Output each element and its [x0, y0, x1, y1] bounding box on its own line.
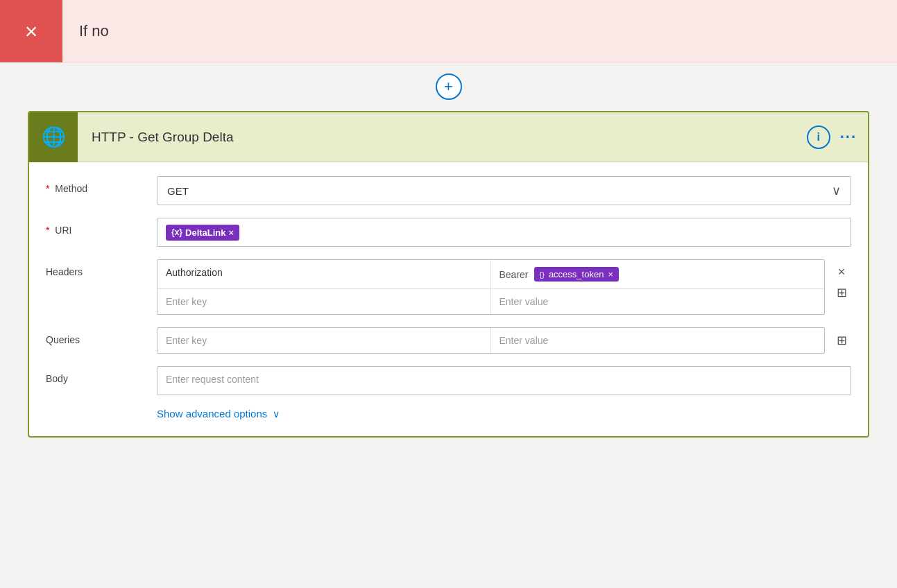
query-value-1[interactable]: Enter value [491, 328, 825, 353]
headers-label: Headers [46, 259, 157, 277]
header-value-placeholder: Enter value [499, 296, 549, 307]
queries-label: Queries [46, 327, 157, 345]
close-button[interactable]: × [0, 0, 62, 62]
card-icon-wrap: 🌐 [29, 112, 78, 162]
uri-input[interactable]: {x} DeltaLink × [157, 218, 851, 247]
method-label: * Method [46, 176, 157, 194]
method-control-wrap: GET ∨ [157, 176, 851, 205]
body-placeholder: Enter request content [166, 374, 259, 385]
globe-icon: 🌐 [42, 126, 66, 148]
more-options-button[interactable]: ··· [840, 128, 857, 146]
add-step-button[interactable]: + [436, 74, 462, 100]
access-token-icon: {} [540, 270, 545, 279]
query-key-placeholder: Enter key [166, 335, 207, 346]
body-row: Body Enter request content [46, 366, 851, 395]
card-header: 🌐 HTTP - Get Group Delta i ··· [29, 112, 868, 162]
uri-label: * URI [46, 218, 157, 236]
access-token-badge: {} access_token × [534, 267, 619, 282]
card-body: * Method GET ∨ * URI [29, 162, 868, 436]
deltalink-token-badge: {x} DeltaLink × [166, 225, 239, 241]
plus-icon: + [444, 78, 453, 96]
body-control-wrap: Enter request content [157, 366, 851, 395]
headers-table: Authorization Bearer {} access_token × [157, 259, 825, 315]
table-icon-queries: ⊞ [837, 333, 847, 348]
access-token-close-button[interactable]: × [608, 269, 613, 279]
add-step-area: + [0, 62, 897, 111]
header-row-1: Authorization Bearer {} access_token × [157, 260, 824, 289]
body-input[interactable]: Enter request content [157, 366, 851, 395]
close-icon: × [25, 20, 38, 42]
page-container: × If no + 🌐 HTTP - Get Group Delta i ··· [0, 0, 897, 588]
query-key-1[interactable]: Enter key [157, 328, 491, 353]
body-label-text: Body [46, 373, 68, 384]
method-dropdown[interactable]: GET ∨ [157, 176, 851, 205]
uri-control-wrap: {x} DeltaLink × [157, 218, 851, 247]
token-value: DeltaLink [185, 227, 226, 238]
uri-row: * URI {x} DeltaLink × [46, 218, 851, 247]
header-key-1[interactable]: Authorization [157, 260, 491, 288]
query-row-1: Enter key Enter value [157, 328, 824, 353]
header-row-2: Enter key Enter value [157, 289, 824, 314]
required-star: * [46, 183, 49, 194]
header-key-placeholder: Enter key [166, 296, 207, 307]
close-icon: × [838, 265, 846, 279]
headers-wrap: Authorization Bearer {} access_token × [157, 259, 851, 315]
body-label: Body [46, 366, 157, 384]
access-token-value: access_token [549, 269, 604, 279]
chevron-down-icon: ∨ [832, 183, 841, 198]
info-button[interactable]: i [807, 126, 830, 149]
headers-label-text: Headers [46, 266, 83, 277]
show-advanced-button[interactable]: Show advanced options ∨ [46, 408, 851, 420]
bearer-prefix: Bearer [499, 269, 529, 280]
show-advanced-label: Show advanced options [157, 408, 267, 420]
queries-table: Enter key Enter value [157, 327, 825, 354]
header-table-button[interactable]: ⊞ [832, 283, 851, 302]
header-bar: × If no [0, 0, 897, 62]
header-key-2[interactable]: Enter key [157, 289, 491, 314]
queries-table-button[interactable]: ⊞ [832, 331, 851, 350]
table-icon: ⊞ [837, 285, 847, 300]
method-row: * Method GET ∨ [46, 176, 851, 205]
chevron-down-icon: ∨ [273, 408, 280, 420]
queries-label-text: Queries [46, 334, 80, 345]
queries-wrap: Enter key Enter value ⊞ [157, 327, 851, 354]
queries-row: Queries Enter key Enter value [46, 327, 851, 354]
http-action-card: 🌐 HTTP - Get Group Delta i ··· * Method … [28, 111, 869, 438]
header-actions: × ⊞ [832, 259, 851, 302]
card-title: HTTP - Get Group Delta [78, 130, 807, 145]
header-value-2[interactable]: Enter value [491, 289, 825, 314]
header-delete-button[interactable]: × [832, 262, 851, 282]
required-star-uri: * [46, 225, 49, 236]
query-value-placeholder: Enter value [499, 335, 549, 346]
uri-label-text: URI [55, 225, 71, 236]
headers-row: Headers Authorization Bearer {} [46, 259, 851, 315]
header-value-1[interactable]: Bearer {} access_token × [491, 260, 825, 288]
info-icon: i [817, 131, 819, 144]
token-icon: {x} [171, 227, 182, 237]
token-close-button[interactable]: × [229, 227, 234, 238]
method-value: GET [167, 185, 189, 197]
method-label-text: Method [55, 183, 87, 194]
page-title: If no [62, 22, 109, 40]
